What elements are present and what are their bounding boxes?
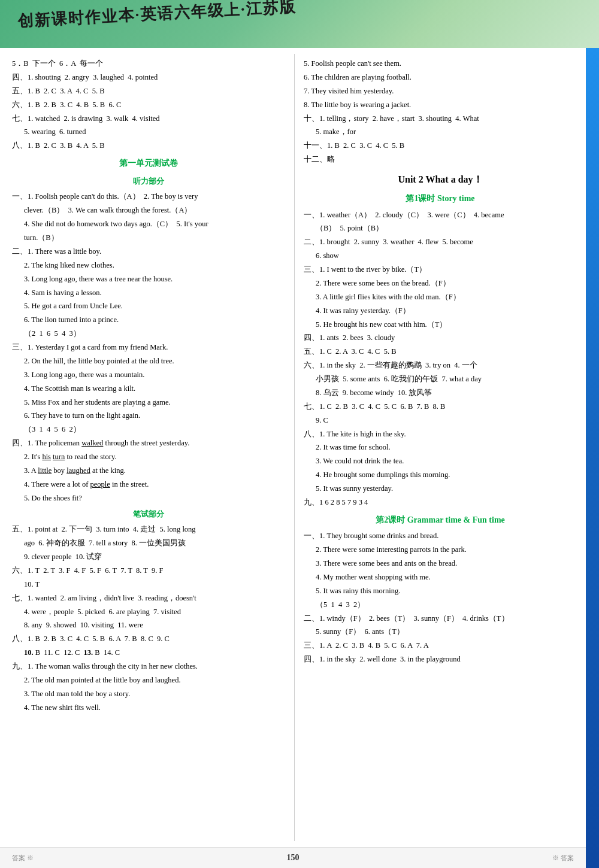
lesson2-title: 第2课时 Grammar time & Fun time [304, 513, 577, 528]
list-item: 3. We could not drink the tea. [304, 455, 577, 468]
list-item: 八、1. The kite is high in the sky. [304, 428, 577, 441]
list-item: 一、1. They brought some drinks and bread. [304, 530, 577, 543]
list-item: 2. On the hill, the little boy pointed a… [12, 355, 285, 368]
list-item: （2 1 6 5 4 3） [12, 327, 285, 341]
list-item: 六、1. B 2. B 3. C 4. B 5. B 6. C [12, 99, 285, 112]
left-column: 5．B 下一个 6．A 每一个 四、1. shouting 2. angry 3… [0, 54, 295, 841]
list-item: 6. The children are playing football. [304, 71, 577, 84]
list-item: 5. Foolish people can't see them. [304, 57, 577, 71]
list-item: 九、1. The woman walks through the city in… [12, 660, 285, 673]
list-item: 4. The Scottish man is wearing a kilt. [12, 383, 285, 396]
list-item: turn.（B） [12, 232, 285, 245]
list-item: 4. It was rainy yesterday.（F） [304, 305, 577, 318]
list-item: 十、1. telling，story 2. have，start 3. shou… [304, 113, 577, 126]
section1-sub2: 笔试部分 [12, 508, 285, 521]
list-item: 二、1. There was a little boy. [12, 245, 285, 259]
list-item: ago 6. 神奇的衣服 7. tell a story 8. 一位美国男孩 [12, 537, 285, 550]
list-item: 3. Long long ago, there was a mountain. [12, 369, 285, 382]
list-item: 二、1. brought 2. sunny 3. weather 4. flew… [304, 236, 577, 249]
list-item: 4. were，people 5. picked 6. are playing … [12, 606, 285, 619]
list-item: 8. any 9. showed 10. visiting 11. were [12, 619, 285, 632]
list-item: 6. The lion turned into a prince. [12, 314, 285, 327]
list-item: 小男孩 5. some ants 6. 吃我们的午饭 7. what a day [304, 373, 577, 386]
list-item: 3. The old man told the boy a story. [12, 688, 285, 701]
list-item: 5. wearing 6. turned [12, 126, 285, 139]
list-item: 4. He brought some dumplings this mornin… [304, 469, 577, 482]
list-item: 10. T [12, 578, 285, 591]
list-item: 2. It's his turn to read the story. [12, 451, 285, 464]
list-item: 一、1. Foolish people can't do this.（A） 2.… [12, 190, 285, 204]
list-item: 十二、略 [304, 153, 577, 166]
list-item: 二、1. windy（F） 2. bees（T） 3. sunny（F） 4. … [304, 612, 577, 626]
list-item: 8. The little boy is wearing a jacket. [304, 99, 577, 112]
list-item: （3 1 4 5 6 2） [12, 423, 285, 436]
list-item: （5 1 4 3 2） [304, 599, 577, 612]
list-item: 三、1. Yesterday I got a card from my frie… [12, 341, 285, 354]
list-item: 四、1. The policeman walked through the st… [12, 437, 285, 450]
list-item: 七、1. C 2. B 3. C 4. C 5. C 6. B 7. B 8. … [304, 400, 577, 414]
list-item: 3. A little girl flies kites with the ol… [304, 291, 577, 304]
list-item: 五、1. C 2. A 3. C 4. C 5. B [304, 345, 577, 359]
list-item: 5. It was sunny yesterday. [304, 482, 577, 496]
list-item: 六、1. T 2. T 3. F 4. F 5. F 6. T 7. T 8. … [12, 564, 285, 578]
list-item: 六、1. in the sky 2. 一些有趣的鹦鹉 3. try on 4. … [304, 359, 577, 372]
list-item: 七、1. wanted 2. am living，didn't live 3. … [12, 592, 285, 605]
section1-sub: 听力部分 [12, 175, 285, 189]
list-item: 3. Long long ago, there was a tree near … [12, 273, 285, 286]
list-item: 9. clever people 10. 试穿 [12, 551, 285, 564]
list-item: 6. They have to turn on the light again. [12, 409, 285, 423]
header-banner: 创新课时作业本·英语六年级上·江苏版 [0, 0, 599, 48]
list-item: 三、1. I went to the river by bike.（T） [304, 263, 577, 277]
page-number: 150 [287, 853, 300, 863]
list-item: 5. sunny（F） 6. ants（T） [304, 626, 577, 639]
content-area: 5．B 下一个 6．A 每一个 四、1. shouting 2. angry 3… [0, 48, 586, 847]
unit2-title: Unit 2 What a day！ [304, 171, 577, 188]
list-item: 5. It was rainy this morning. [304, 585, 577, 598]
list-item: 5．B 下一个 6．A 每一个 [12, 57, 285, 71]
list-item: 一、1. weather（A） 2. cloudy（C） 3. were（C） … [304, 209, 577, 222]
list-item: 10. B 11. C 12. C 13. B 14. C [12, 647, 285, 660]
list-item: （B） 5. point（B） [304, 222, 577, 235]
list-item: 2. The old man pointed at the little boy… [12, 674, 285, 687]
bottom-right-text: ※ 答案 [552, 854, 574, 863]
list-item: 4. Sam is having a lesson. [12, 287, 285, 300]
list-item: 5. He got a card from Uncle Lee. [12, 300, 285, 313]
top-items: 5．B 下一个 6．A 每一个 四、1. shouting 2. angry 3… [12, 57, 285, 153]
list-item: clever.（B） 3. We can walk through the fo… [12, 204, 285, 217]
list-item: 3. There were some bees and ants on the … [304, 557, 577, 570]
bottom-left-text: 答案 ※ [12, 854, 34, 863]
list-item: 6. show [304, 250, 577, 263]
list-item: 2. There were some bees on the bread.（F） [304, 277, 577, 290]
list-item: 五、1. B 2. C 3. A 4. C 5. B [12, 85, 285, 98]
list-item: 4. My mother went shopping with me. [304, 571, 577, 584]
list-item: 5. make，for [304, 126, 577, 139]
list-item: 三、1. A 2. C 3. B 4. B 5. C 6. A 7. A [304, 639, 577, 652]
list-item: 2. It was time for school. [304, 441, 577, 454]
list-item: 3. A little boy laughed at the king. [12, 465, 285, 478]
bottom-bar: 答案 ※ 150 ※ 答案 [0, 847, 586, 868]
list-item: 4. There were a lot of people in the str… [12, 478, 285, 491]
list-item: 四、1. in the sky 2. well done 3. in the p… [304, 653, 577, 666]
right-sidebar [586, 0, 599, 868]
list-item: 八、1. B 2. C 3. B 4. A 5. B [12, 139, 285, 153]
section1-title: 第一单元测试卷 [12, 156, 285, 171]
list-item: 4. She did not do homework two days ago.… [12, 218, 285, 231]
list-item: 5. He brought his new coat with him.（T） [304, 318, 577, 332]
list-item: 5. Do the shoes fit? [12, 492, 285, 505]
header-title: 创新课时作业本·英语六年级上·江苏版 [17, 0, 297, 32]
list-item: 四、1. shouting 2. angry 3. laughed 4. poi… [12, 71, 285, 84]
lesson1-title: 第1课时 Story time [304, 192, 577, 207]
list-item: 8. 乌云 9. become windy 10. 放风筝 [304, 387, 577, 400]
list-item: 十一、1. B 2. C 3. C 4. C 5. B [304, 139, 577, 153]
list-item: 九、1 6 2 8 5 7 9 3 4 [304, 496, 577, 509]
list-item: 八、1. B 2. B 3. C 4. C 5. B 6. A 7. B 8. … [12, 633, 285, 646]
list-item: 2. The king liked new clothes. [12, 259, 285, 272]
list-item: 4. The new shirt fits well. [12, 702, 285, 715]
list-item: 四、1. ants 2. bees 3. cloudy [304, 332, 577, 345]
list-item: 五、1. point at 2. 下一句 3. turn into 4. 走过 … [12, 523, 285, 536]
list-item: 7. They visited him yesterday. [304, 85, 577, 98]
right-column: 5. Foolish people can't see them. 6. The… [295, 54, 586, 841]
list-item: 9. C [304, 414, 577, 427]
list-item: 5. Miss Fox and her students are playing… [12, 396, 285, 409]
list-item: 2. There were some interesting parrots i… [304, 544, 577, 557]
